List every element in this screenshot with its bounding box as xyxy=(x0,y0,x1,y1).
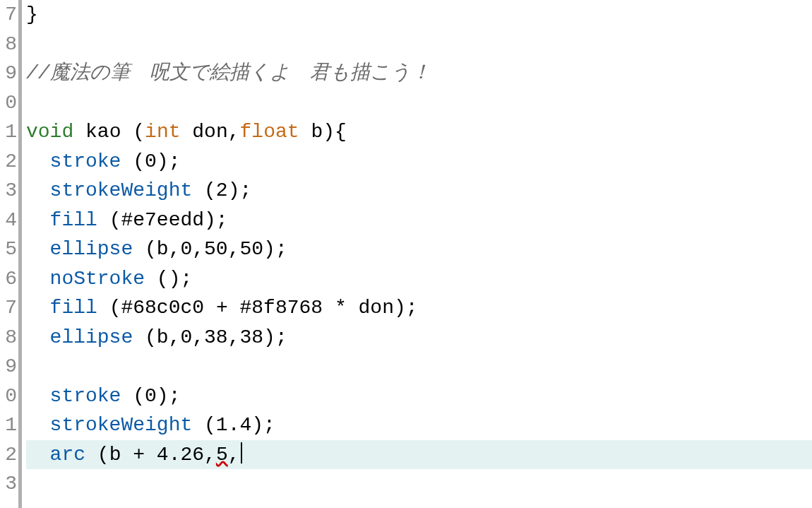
code-line[interactable]: //魔法の筆 呪文で絵描くよ 君も描こう！ xyxy=(26,59,812,88)
call-noStroke: noStroke xyxy=(50,268,145,290)
code-line[interactable]: strokeWeight (2); xyxy=(26,176,812,206)
param: don xyxy=(192,121,227,143)
line-number: 8 xyxy=(0,30,18,59)
keyword-void: void xyxy=(26,121,73,143)
code-line[interactable]: stroke (0); xyxy=(26,147,812,177)
line-number-gutter: 7 8 9 0 1 2 3 4 5 6 7 8 9 0 1 2 3 xyxy=(0,0,22,508)
function-name xyxy=(73,121,85,143)
code-editor[interactable]: 7 8 9 0 1 2 3 4 5 6 7 8 9 0 1 2 3 } //魔法… xyxy=(0,0,812,508)
args: (#e7eedd); xyxy=(109,209,228,231)
call-strokeWeight: strokeWeight xyxy=(50,414,193,436)
text-cursor xyxy=(241,442,242,463)
brace-open: { xyxy=(335,121,347,143)
args: (1.4); xyxy=(204,414,275,436)
args: (2); xyxy=(204,179,251,201)
call-ellipse: ellipse xyxy=(50,326,133,348)
line-number: 9 xyxy=(0,352,18,382)
code-line[interactable] xyxy=(26,30,812,59)
keyword-int: int xyxy=(145,121,180,143)
line-number: 3 xyxy=(0,176,18,206)
line-number: 5 xyxy=(0,235,18,264)
code-line[interactable]: void kao (int don,float b){ xyxy=(26,117,812,147)
hex-color: #8f8768 xyxy=(240,297,323,319)
code-line-current[interactable]: arc (b + 4.26,5, xyxy=(26,440,812,470)
line-number: 7 xyxy=(0,0,18,30)
line-number: 0 xyxy=(0,88,18,118)
comma: , xyxy=(228,444,240,466)
operator-star: * xyxy=(323,297,358,319)
brace-close: } xyxy=(26,4,38,25)
code-area[interactable]: } //魔法の筆 呪文で絵描くよ 君も描こう！ void kao (int do… xyxy=(22,0,812,508)
args: (0); xyxy=(133,385,180,407)
code-line[interactable] xyxy=(26,88,812,118)
line-number: 1 xyxy=(0,410,18,440)
line-number: 2 xyxy=(0,147,18,177)
line-number: 4 xyxy=(0,206,18,235)
args: (b,0,50,50); xyxy=(145,238,287,260)
keyword-float: float xyxy=(240,121,299,143)
args: (0); xyxy=(133,150,180,172)
args: (); xyxy=(157,268,192,290)
function-name: kao xyxy=(85,121,121,143)
paren-open: ( xyxy=(109,297,121,319)
code-line[interactable]: } xyxy=(26,0,812,30)
call-stroke: stroke xyxy=(50,385,121,407)
paren-open: ( xyxy=(133,121,145,143)
number-error: 5 xyxy=(216,444,228,466)
param: b xyxy=(311,121,323,143)
call-ellipse: ellipse xyxy=(50,238,133,260)
code-line[interactable]: stroke (0); xyxy=(26,382,812,411)
paren-close: ); xyxy=(394,297,418,319)
call-stroke: stroke xyxy=(50,150,121,172)
expr: b + 4.26, xyxy=(109,444,216,466)
code-line[interactable]: noStroke (); xyxy=(26,264,812,294)
comma: , xyxy=(228,121,240,143)
code-line[interactable]: fill (#e7eedd); xyxy=(26,206,812,235)
call-fill: fill xyxy=(50,209,97,231)
paren-close: ) xyxy=(323,121,335,143)
hex-color: #68c0c0 xyxy=(121,297,204,319)
paren-open: ( xyxy=(97,444,109,466)
comment: //魔法の筆 呪文で絵描くよ 君も描こう！ xyxy=(26,62,431,84)
code-line[interactable] xyxy=(26,469,812,499)
line-number: 1 xyxy=(0,117,18,147)
line-number: 6 xyxy=(0,264,18,294)
code-line[interactable]: strokeWeight (1.4); xyxy=(26,410,812,440)
paren xyxy=(121,121,133,143)
line-number: 0 xyxy=(0,382,18,411)
call-arc: arc xyxy=(50,444,85,466)
code-line[interactable]: ellipse (b,0,50,50); xyxy=(26,235,812,264)
operator-plus: + xyxy=(204,297,239,319)
line-number: 2 xyxy=(0,440,18,470)
code-line[interactable] xyxy=(26,352,812,382)
line-number: 3 xyxy=(0,469,18,499)
call-strokeWeight: strokeWeight xyxy=(50,179,193,201)
line-number: 7 xyxy=(0,293,18,323)
line-number: 8 xyxy=(0,323,18,353)
variable: don xyxy=(359,297,394,319)
code-line[interactable]: fill (#68c0c0 + #8f8768 * don); xyxy=(26,293,812,323)
code-line[interactable]: ellipse (b,0,38,38); xyxy=(26,323,812,353)
args: (b,0,38,38); xyxy=(145,326,287,348)
call-fill: fill xyxy=(50,297,97,319)
line-number: 9 xyxy=(0,59,18,88)
